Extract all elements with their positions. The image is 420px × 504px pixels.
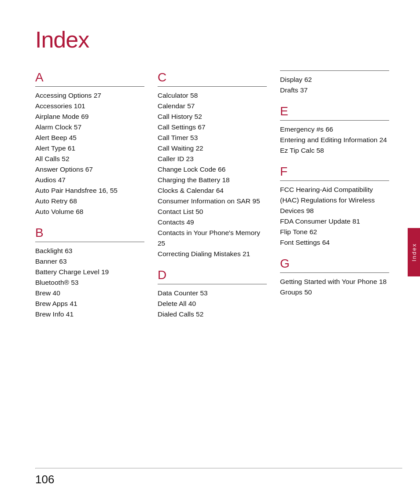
index-entry: Ez Tip Calc 58 [280, 145, 389, 156]
index-entry: Brew Info 41 [35, 309, 144, 320]
section-letter-A: A [35, 70, 144, 85]
column-1: CCalculator 58Calendar 57Call History 52… [158, 70, 267, 328]
index-entry: Alert Type 61 [35, 143, 144, 154]
index-entry: Caller ID 23 [158, 154, 267, 164]
section-2-1: EEmergency #s 66Entering and Editing Inf… [280, 104, 389, 156]
section-2-3: GGetting Started with Your Phone 18Group… [280, 257, 389, 298]
index-content: AAccessing Options 27Accessories 101Airp… [35, 70, 389, 328]
index-entry: Contacts in Your Phone's Memory 25 [158, 228, 267, 249]
index-entry: Airplane Mode 69 [35, 111, 144, 122]
index-entry: Drafts 37 [280, 85, 389, 96]
column-2: Display 62Drafts 37EEmergency #s 66Enter… [280, 70, 389, 328]
section-1-1: DData Counter 53Delete All 40Dialed Call… [158, 268, 267, 320]
index-entry: Getting Started with Your Phone 18 [280, 276, 389, 287]
section-letter-E: E [280, 104, 389, 118]
index-entry: Change Lock Code 66 [158, 164, 267, 175]
index-entry: Banner 63 [35, 256, 144, 267]
index-entry: Call Settings 67 [158, 122, 267, 132]
index-entry: Audios 47 [35, 175, 144, 185]
index-entry: Bluetooth® 53 [35, 277, 144, 288]
index-entry: Consumer Information on SAR 95 [158, 196, 267, 206]
index-entry: Contacts 49 [158, 217, 267, 228]
index-entry: Accessing Options 27 [35, 90, 144, 101]
section-letter-G: G [280, 257, 389, 271]
section-divider [35, 86, 144, 87]
index-entry: Call Waiting 22 [158, 143, 267, 154]
index-entry: Dialed Calls 52 [158, 309, 267, 320]
column-0: AAccessing Options 27Accessories 101Airp… [35, 70, 144, 328]
page-title: Index [35, 26, 389, 53]
section-letter-D: D [158, 268, 267, 282]
index-entry: Alert Beep 45 [35, 132, 144, 143]
index-entry: Charging the Battery 18 [158, 175, 267, 185]
page-number: 106 [35, 473, 54, 486]
index-entry: Clocks & Calendar 64 [158, 185, 267, 196]
index-entry: Flip Tone 62 [280, 227, 389, 237]
index-entry: Backlight 63 [35, 246, 144, 256]
index-entry: Display 62 [280, 74, 389, 85]
index-entry: All Calls 52 [35, 154, 144, 164]
section-letter-C: C [158, 70, 267, 85]
index-entry: Brew 40 [35, 288, 144, 298]
section-letter-B: B [35, 226, 144, 240]
index-entry: Answer Options 67 [35, 164, 144, 175]
section-divider [280, 120, 389, 121]
section-divider [280, 272, 389, 273]
index-entry: Entering and Editing Information 24 [280, 135, 389, 145]
index-entry: Call History 52 [158, 111, 267, 122]
section-0-0: AAccessing Options 27Accessories 101Airp… [35, 70, 144, 217]
index-entry: Accessories 101 [35, 101, 144, 111]
page: Index AAccessing Options 27Accessories 1… [0, 0, 420, 504]
section-divider [158, 284, 267, 284]
section-2-0: Display 62Drafts 37 [280, 70, 389, 96]
index-entry: Delete All 40 [158, 298, 267, 309]
bottom-divider [35, 468, 402, 469]
index-entry: FDA Consumer Update 81 [280, 216, 389, 227]
section-0-1: BBacklight 63Banner 63Battery Charge Lev… [35, 226, 144, 320]
side-tab-label: Index [411, 243, 417, 261]
index-entry: Contact List 50 [158, 206, 267, 217]
index-entry: Correcting Dialing Mistakes 21 [158, 249, 267, 259]
index-entry: FCC Hearing-Aid Compatibility (HAC) Regu… [280, 184, 389, 216]
index-entry: Call Timer 53 [158, 132, 267, 143]
index-entry: Groups 50 [280, 287, 389, 298]
section-divider [35, 242, 144, 242]
index-entry: Auto Retry 68 [35, 196, 144, 206]
side-tab: Index [408, 228, 420, 276]
index-entry: Auto Pair Handsfree 16, 55 [35, 185, 144, 196]
section-divider [280, 70, 389, 71]
section-letter-F: F [280, 165, 389, 179]
index-entry: Data Counter 53 [158, 288, 267, 298]
section-divider [158, 86, 267, 87]
index-entry: Battery Charge Level 19 [35, 267, 144, 277]
index-entry: Calendar 57 [158, 101, 267, 111]
index-entry: Alarm Clock 57 [35, 122, 144, 132]
index-entry: Font Settings 64 [280, 237, 389, 248]
section-divider [280, 180, 389, 181]
section-2-2: FFCC Hearing-Aid Compatibility (HAC) Reg… [280, 165, 389, 248]
index-entry: Auto Volume 68 [35, 206, 144, 217]
index-entry: Emergency #s 66 [280, 124, 389, 135]
index-entry: Brew Apps 41 [35, 298, 144, 309]
section-1-0: CCalculator 58Calendar 57Call History 52… [158, 70, 267, 259]
index-entry: Calculator 58 [158, 90, 267, 101]
